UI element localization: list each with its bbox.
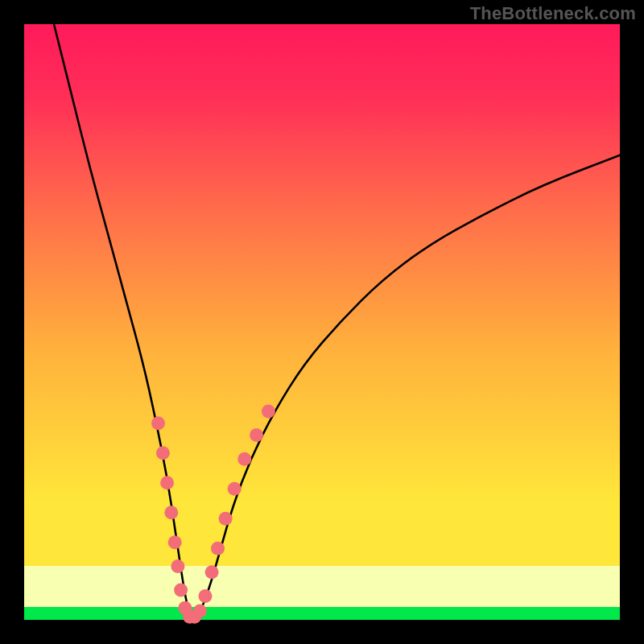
data-marker	[168, 535, 182, 549]
chart-frame: TheBottleneck.com	[0, 0, 644, 644]
data-marker	[219, 512, 233, 526]
data-marker	[164, 506, 178, 519]
data-marker	[156, 446, 170, 460]
bottleneck-curve	[54, 24, 620, 620]
data-marker	[262, 405, 275, 419]
data-marker	[151, 416, 165, 430]
marker-group	[151, 405, 275, 624]
data-marker	[174, 584, 188, 597]
watermark-text: TheBottleneck.com	[470, 3, 636, 24]
data-marker	[199, 589, 213, 603]
data-marker	[211, 542, 225, 555]
data-marker	[250, 428, 263, 442]
data-marker	[237, 452, 251, 466]
data-marker	[160, 476, 174, 489]
chart-svg	[24, 24, 620, 620]
data-marker	[228, 482, 242, 496]
data-marker	[171, 559, 184, 573]
data-marker	[193, 604, 207, 617]
data-marker	[205, 565, 219, 579]
